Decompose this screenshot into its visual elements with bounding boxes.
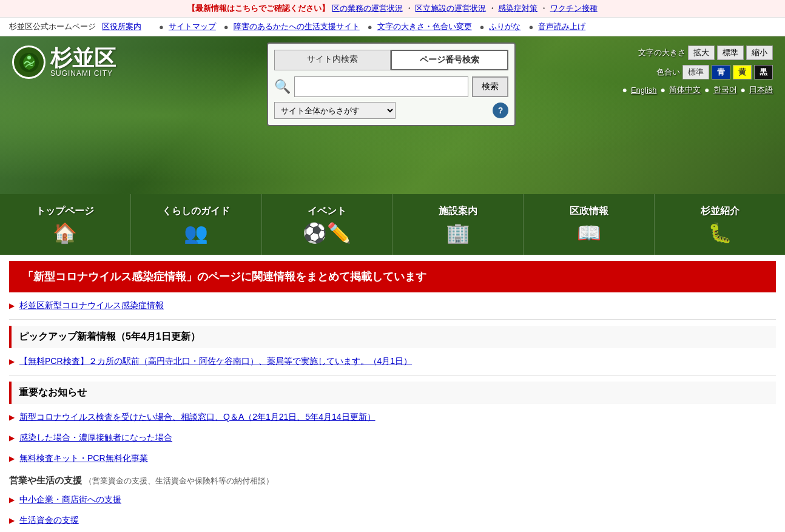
important-link-3[interactable]: 無料検査キット・PCR無料化事業 bbox=[19, 453, 148, 464]
lang-english[interactable]: English bbox=[631, 86, 657, 95]
search-input[interactable] bbox=[294, 76, 468, 97]
red-arrow-7: ▶ bbox=[9, 516, 15, 525]
logo-text-en: SUGINAMI CITY bbox=[50, 69, 116, 78]
logo-text-jp: 杉並区 bbox=[50, 47, 116, 69]
font-shrink-button[interactable]: 縮小 bbox=[746, 45, 773, 60]
furigana-link[interactable]: ふりがな bbox=[489, 21, 521, 32]
corona-info-link[interactable]: 杉並区新型コロナウイルス感染症情報 bbox=[19, 300, 164, 311]
nav-item-intro-label: 杉並紹介 bbox=[701, 205, 740, 218]
tab-page-search[interactable]: ページ番号検索 bbox=[391, 50, 508, 70]
divider-1 bbox=[9, 319, 776, 320]
link-infection[interactable]: 感染症対策 bbox=[498, 4, 537, 13]
link-operations[interactable]: 区の業務の運営状況 bbox=[332, 4, 403, 13]
support-section: 営業や生活の支援 （営業資金の支援、生活資金や保険料等の納付相談） ▶ 中小企業… bbox=[9, 475, 776, 532]
red-arrow-2: ▶ bbox=[9, 357, 15, 366]
font-enlarge-button[interactable]: 拡大 bbox=[688, 45, 715, 60]
nav-item-admin-label: 区政情報 bbox=[570, 205, 608, 218]
red-arrow-3: ▶ bbox=[9, 413, 15, 422]
link-vaccine[interactable]: ワクチン接種 bbox=[550, 4, 598, 13]
search-container: サイト内検索 ページ番号検索 🔍 検索 サイト全体からさがす ? bbox=[267, 42, 516, 126]
logo-svg bbox=[18, 52, 40, 73]
red-arrow-4: ▶ bbox=[9, 434, 15, 442]
header-area: 杉並区 SUGINAMI CITY サイト内検索 ページ番号検索 🔍 検索 サイ… bbox=[0, 36, 785, 194]
color-standard-button[interactable]: 標準 bbox=[682, 65, 709, 79]
fontsize-link[interactable]: 文字の大きさ・色合い変更 bbox=[377, 21, 472, 32]
important-link-1[interactable]: 新型コロナウイルス検査を受けたい場合、相談窓口、Q＆A（2年1月21日、5年4月… bbox=[19, 412, 376, 423]
nav-item-top[interactable]: トップページ 🏠 bbox=[0, 194, 131, 255]
book-icon: 📖 bbox=[577, 221, 601, 244]
people-icon: 👥 bbox=[184, 221, 208, 244]
tab-site-search[interactable]: サイト内検索 bbox=[274, 50, 391, 70]
search-tabs: サイト内検索 ページ番号検索 bbox=[274, 50, 508, 70]
support-link-1[interactable]: 中小企業・商店街への支援 bbox=[19, 494, 121, 505]
building-icon: 🏢 bbox=[446, 221, 470, 244]
support-link-2[interactable]: 生活資金の支援 bbox=[19, 515, 79, 526]
nav-item-guide[interactable]: くらしのガイド 👥 bbox=[131, 194, 262, 255]
nav-links: ●サイトマップ ●障害のあるかたへの生活支援サイト ●文字の大きさ・色合い変更 … bbox=[157, 21, 588, 32]
nav-item-event-label: イベント bbox=[308, 205, 346, 218]
separator-1: ・ bbox=[405, 4, 416, 13]
top-info-bar: 【最新情報はこちらでご確認ください】 区の業務の運営状況 ・ 区立施設の運営状況… bbox=[0, 0, 785, 18]
lang-korean[interactable]: 한국어 bbox=[713, 84, 737, 95]
search-button[interactable]: 検索 bbox=[472, 76, 508, 97]
font-standard-button[interactable]: 標準 bbox=[717, 45, 744, 60]
search-icon: 🔍 bbox=[274, 79, 291, 95]
divider-2 bbox=[9, 375, 776, 375]
sitemap-link[interactable]: サイトマップ bbox=[169, 21, 216, 32]
support-header: 営業や生活の支援 bbox=[9, 475, 82, 485]
link-facilities[interactable]: 区立施設の運営状況 bbox=[415, 4, 486, 13]
nav-bar: 杉並区公式ホームページ 区役所案内 ●サイトマップ ●障害のあるかたへの生活支援… bbox=[0, 18, 785, 36]
search-help-button[interactable]: ? bbox=[493, 103, 508, 118]
pickup-item-1: ▶ 【無料PCR検査】２カ所の駅前（高円寺北口・阿佐ケ谷南口）、薬局等で実施して… bbox=[9, 351, 776, 372]
separator-3: ・ bbox=[540, 4, 550, 13]
nav-item-top-label: トップページ bbox=[36, 205, 94, 218]
pickup-section-header: ピックアップ新着情報（5年4月1日更新） bbox=[9, 326, 776, 348]
support-item-2: ▶ 生活資金の支援 bbox=[9, 510, 776, 531]
pickup-link-1[interactable]: 【無料PCR検査】２カ所の駅前（高円寺北口・阿佐ケ谷南口）、薬局等で実施していま… bbox=[19, 356, 412, 367]
controls-area: 文字の大きさ 拡大 標準 縮小 色合い 標準 青 黄 黒 ● English ●… bbox=[622, 45, 773, 95]
important-item-2: ▶ 感染した場合・濃厚接触者になった場合 bbox=[9, 428, 776, 448]
office-guide-link[interactable]: 区役所案内 bbox=[102, 21, 141, 32]
mascot-icon: 🐛 bbox=[708, 221, 732, 244]
event-icon: ⚽✏️ bbox=[303, 221, 351, 244]
search-scope-select[interactable]: サイト全体からさがす bbox=[274, 102, 396, 119]
support-desc: （営業資金の支援、生活資金や保険料等の納付相談） bbox=[84, 476, 274, 485]
font-size-row: 文字の大きさ 拡大 標準 縮小 bbox=[622, 45, 773, 60]
logo-area: 杉並区 SUGINAMI CITY bbox=[12, 45, 116, 79]
nav-item-intro[interactable]: 杉並紹介 🐛 bbox=[655, 194, 785, 255]
nav-item-event[interactable]: イベント ⚽✏️ bbox=[262, 194, 393, 255]
support-item-1: ▶ 中小企業・商店街への支援 bbox=[9, 490, 776, 510]
red-arrow-5: ▶ bbox=[9, 454, 15, 463]
lang-chinese[interactable]: 简体中文 bbox=[669, 84, 701, 95]
important-link-2[interactable]: 感染した場合・濃厚接触者になった場合 bbox=[19, 433, 172, 443]
logo-text-area: 杉並区 SUGINAMI CITY bbox=[50, 47, 116, 78]
voice-link[interactable]: 音声読み上げ bbox=[538, 21, 585, 32]
nav-item-facilities[interactable]: 施設案内 🏢 bbox=[392, 194, 524, 255]
lang-row: ● English ● 简体中文 ● 한국어 ● 日本語 bbox=[622, 84, 773, 95]
corona-banner: 「新型コロナウイルス感染症情報」のページに関連情報をまとめて掲載しています bbox=[9, 261, 776, 292]
content-inner: ▶ 杉並区新型コロナウイルス感染症情報 ピックアップ新着情報（5年4月1日更新）… bbox=[0, 292, 785, 532]
red-arrow-1: ▶ bbox=[9, 301, 15, 310]
support-header-row: 営業や生活の支援 （営業資金の支援、生活資金や保険料等の納付相談） bbox=[9, 475, 776, 487]
corona-link-item: ▶ 杉並区新型コロナウイルス感染症情報 bbox=[9, 295, 776, 316]
font-size-label: 文字の大きさ bbox=[638, 47, 686, 58]
site-title: 杉並区公式ホームページ bbox=[9, 21, 96, 32]
accessibility-link[interactable]: 障害のあるかたへの生活支援サイト bbox=[234, 21, 360, 32]
search-input-row: 🔍 検索 bbox=[274, 76, 508, 97]
color-yellow-button[interactable]: 黄 bbox=[733, 65, 752, 79]
color-row: 色合い 標準 青 黄 黒 bbox=[622, 65, 773, 79]
nav-item-facilities-label: 施設案内 bbox=[439, 205, 477, 218]
color-blue-button[interactable]: 青 bbox=[712, 65, 730, 79]
color-label: 色合い bbox=[656, 67, 680, 78]
important-item-3: ▶ 無料検査キット・PCR無料化事業 bbox=[9, 448, 776, 469]
color-black-button[interactable]: 黒 bbox=[754, 65, 773, 79]
important-item-1: ▶ 新型コロナウイルス検査を受けたい場合、相談窓口、Q＆A（2年1月21日、5年… bbox=[9, 407, 776, 428]
search-bottom-row: サイト全体からさがす ? bbox=[274, 102, 508, 119]
separator-2: ・ bbox=[488, 4, 499, 13]
nav-item-guide-label: くらしのガイド bbox=[162, 205, 230, 218]
lang-japanese[interactable]: 日本語 bbox=[749, 84, 773, 95]
svg-point-1 bbox=[27, 56, 31, 59]
important-section-header: 重要なお知らせ bbox=[9, 382, 776, 404]
nav-item-admin[interactable]: 区政情報 📖 bbox=[524, 194, 655, 255]
home-icon: 🏠 bbox=[53, 221, 77, 244]
